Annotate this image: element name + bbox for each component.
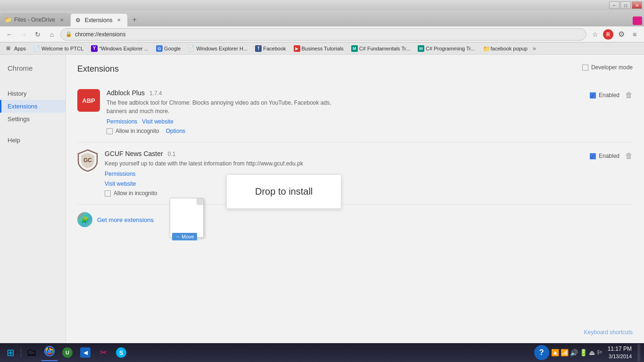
gcuf-incognito-row: Allow in incognito <box>105 190 583 197</box>
taskbar-app-skype[interactable]: S <box>113 344 130 361</box>
taskbar-app-explorer[interactable]: 🗂 <box>23 344 40 361</box>
tab-favicon-extensions: ⚙ <box>75 17 82 24</box>
gcuf-delete-button[interactable]: 🗑 <box>625 152 633 160</box>
developer-mode-checkbox[interactable] <box>582 65 588 71</box>
fbpopup-icon: 📁 <box>483 45 489 52</box>
adblock-incognito-row: Allow in incognito Options <box>107 128 583 134</box>
bookmark-google[interactable]: G Google <box>153 44 184 53</box>
menu-button[interactable]: ≡ <box>629 29 640 40</box>
sidebar-item-settings[interactable]: Settings <box>0 113 66 125</box>
tray-expand-icon[interactable]: 🔼 <box>551 349 559 356</box>
system-tray: 🔼 📶 🔊 🔋 ⏏ 🏳 <box>551 349 603 356</box>
forward-button[interactable]: → <box>18 29 29 40</box>
show-desktop-button[interactable] <box>637 344 640 361</box>
skype-icon: S <box>116 347 126 358</box>
window-controls: − □ ✕ <box>609 1 642 9</box>
back-button[interactable]: ← <box>4 29 15 40</box>
get-more-link[interactable]: Get more extensions <box>97 216 154 223</box>
bookmark-apps-label: Apps <box>14 46 26 51</box>
tray-network-icon[interactable]: 📶 <box>561 349 569 356</box>
sidebar-nav: History Extensions Settings <box>0 87 66 125</box>
bookmark-fbpopup[interactable]: 📁 facebook popup <box>479 44 531 53</box>
tray-usb-icon[interactable]: ⏏ <box>589 349 595 356</box>
start-button[interactable]: ⊞ <box>2 344 19 361</box>
gcuf-name: GCUF News Caster <box>105 150 163 157</box>
bookmark-ptcl[interactable]: 📄 Welcome to PTCL <box>30 44 87 53</box>
bookmark-facebook[interactable]: f Facebook <box>252 44 289 53</box>
sidebar-item-history[interactable]: History <box>0 87 66 100</box>
bookmark-yahoo[interactable]: Y "Windows Explorer ... <box>88 44 152 53</box>
bookmarks-bar: ⊞ Apps 📄 Welcome to PTCL Y "Windows Expl… <box>0 42 644 55</box>
minimize-button[interactable]: − <box>609 1 619 9</box>
pink-button[interactable] <box>633 16 642 25</box>
url-icon: 🔒 <box>66 31 72 37</box>
gcuf-name-row: GCUF News Caster 0.1 <box>105 150 583 157</box>
sidebar-help-section: Help <box>0 137 66 144</box>
tab-bar: 📁 Files - OneDrive ✕ ⚙ Extensions ✕ + <box>0 10 644 26</box>
new-tab-button[interactable]: + <box>128 14 141 25</box>
tray-battery-icon[interactable]: 🔋 <box>579 349 587 356</box>
file-explorer-icon: 🗂 <box>26 346 37 359</box>
tab-extensions[interactable]: ⚙ Extensions ✕ <box>70 13 128 26</box>
maximize-button[interactable]: □ <box>620 1 631 9</box>
gcuf-enabled-row: ✓ Enabled <box>590 153 619 159</box>
adblock-enabled-checkbox[interactable]: ✓ <box>590 92 596 99</box>
bookmark-winexp[interactable]: 📄 Windows Explorer H... <box>185 44 251 53</box>
content-area: Developer mode Extensions ABP Adblock Pl… <box>66 55 644 343</box>
gcuf-enabled-checkbox[interactable]: ✓ <box>590 153 596 159</box>
main-layout: Chrome History Extensions Settings Help … <box>0 55 644 343</box>
adblock-info: Adblock Plus 1.7.4 The free adblock tool… <box>107 89 583 134</box>
page-title: Extensions <box>77 64 633 74</box>
tab-close-extensions[interactable]: ✕ <box>115 16 123 24</box>
bookmark-apps[interactable]: ⊞ Apps <box>3 44 29 53</box>
bookmark-biztutor[interactable]: ▶ Business Tutorials <box>290 44 347 53</box>
gcuf-visit-website-link[interactable]: Visit website <box>105 181 136 187</box>
sidebar-item-extensions[interactable]: Extensions <box>0 100 66 113</box>
get-more-section: 🧩 Get more extensions <box>77 205 633 235</box>
adblock-incognito-checkbox[interactable] <box>107 128 113 134</box>
tab-close-files[interactable]: ✕ <box>58 16 66 24</box>
title-bar: − □ ✕ <box>0 0 644 10</box>
taskbar-app-media[interactable]: ◀ <box>77 344 94 361</box>
sidebar: Chrome History Extensions Settings Help <box>0 55 66 343</box>
gcuf-permissions-link[interactable]: Permissions <box>105 171 135 177</box>
gcuf-incognito-checkbox[interactable] <box>105 190 111 197</box>
sidebar-item-help[interactable]: Help <box>0 134 28 147</box>
tray-volume-icon[interactable]: 🔊 <box>570 349 578 356</box>
system-clock[interactable]: 11:17 PM 3/13/2014 <box>605 345 635 360</box>
close-button[interactable]: ✕ <box>632 1 642 9</box>
adblock-options-link[interactable]: Options <box>166 128 185 134</box>
gcuf-info: GCUF News Caster 0.1 Keep yourself up to… <box>105 150 583 197</box>
taskbar-app-uv[interactable]: U <box>59 344 76 361</box>
chrome-icon <box>44 346 55 359</box>
adblock-permissions-link[interactable]: Permissions <box>107 118 137 125</box>
profile-avatar: R <box>603 29 613 40</box>
taskbar-separator-1 <box>21 348 21 357</box>
keyboard-shortcuts-link[interactable]: Keyboard shortcuts <box>584 329 633 336</box>
help-button[interactable]: ? <box>534 345 549 360</box>
profile-button[interactable]: R <box>603 29 614 40</box>
taskbar-app-tool[interactable]: ✂ <box>95 344 112 361</box>
taskbar-app-chrome[interactable] <box>41 344 58 361</box>
extensions-button[interactable]: ⚙ <box>616 29 627 40</box>
bookmarks-more-button[interactable]: » <box>533 45 536 52</box>
developer-mode-label: Developer mode <box>591 64 633 71</box>
bookmark-ptcl-label: Welcome to PTCL <box>41 46 83 51</box>
google-icon: G <box>156 45 163 52</box>
bookmark-biztutor-label: Business Tutorials <box>302 46 344 51</box>
url-bar[interactable]: 🔒 chrome://extensions <box>60 28 586 41</box>
tab-files[interactable]: 📁 Files - OneDrive ✕ <box>0 13 70 26</box>
bookmark-csprog[interactable]: M C# Programming Tr... <box>414 44 479 53</box>
bookmark-yahoo-label: "Windows Explorer ... <box>99 46 149 51</box>
adblock-visit-website-link[interactable]: Visit website <box>142 118 173 125</box>
bookmark-fbpopup-label: facebook popup <box>491 46 528 51</box>
gcuf-logo: GC <box>77 150 98 171</box>
tray-flag-icon[interactable]: 🏳 <box>596 349 603 356</box>
bookmark-google-label: Google <box>164 46 181 51</box>
biztutor-icon: ▶ <box>294 45 300 52</box>
adblock-delete-button[interactable]: 🗑 <box>625 91 633 99</box>
reload-button[interactable]: ↻ <box>32 29 43 40</box>
bookmark-csfund[interactable]: M C# Fundamentals Tr... <box>348 44 413 53</box>
bookmark-star-button[interactable]: ☆ <box>589 29 601 40</box>
home-button[interactable]: ⌂ <box>46 29 58 40</box>
